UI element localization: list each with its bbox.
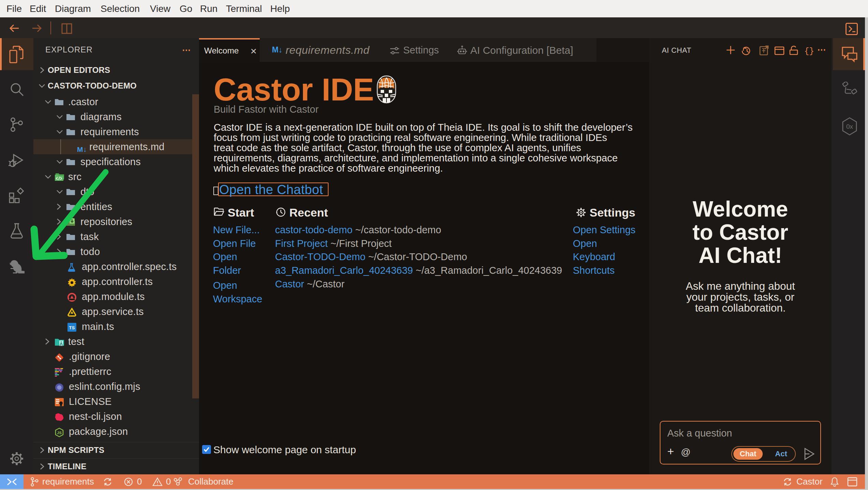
svg-text:0x: 0x — [846, 123, 853, 130]
svg-text:TS: TS — [69, 325, 75, 330]
svg-text:⋯: ⋯ — [817, 45, 826, 55]
svg-text:JS: JS — [57, 431, 62, 435]
svg-text:{}: {} — [804, 47, 814, 56]
